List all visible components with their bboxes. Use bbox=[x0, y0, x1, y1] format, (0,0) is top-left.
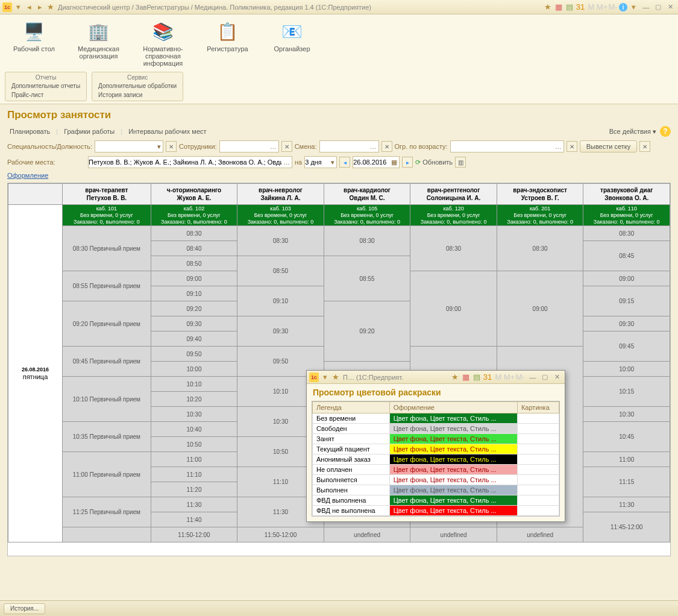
clear-icon[interactable]: ✕ bbox=[567, 141, 577, 152]
legend-row[interactable]: СвободенЦвет фона, Цвет текста, Стиль ..… bbox=[313, 424, 559, 434]
action-intervals[interactable]: Интервалы рабочих мест bbox=[126, 127, 209, 136]
slot-cell[interactable]: undefined bbox=[497, 527, 583, 542]
slot-cell[interactable]: 09:10 bbox=[237, 286, 324, 316]
slot-cell[interactable]: 08:55 Первичный прием bbox=[63, 271, 151, 301]
grid-icon[interactable]: ▦ bbox=[461, 372, 471, 382]
all-actions-dropdown[interactable]: Все действия ▾ bbox=[609, 128, 656, 136]
fav-icon[interactable]: ★ bbox=[450, 372, 460, 382]
close-icon[interactable]: ✕ bbox=[665, 3, 676, 11]
ribbon-subitem[interactable]: Дополнительные отчеты bbox=[7, 81, 85, 90]
slot-cell[interactable]: 09:45 bbox=[583, 332, 670, 362]
mplus-icon[interactable]: M+ bbox=[504, 372, 514, 382]
legend-row[interactable]: Анонимный заказЦвет фона, Цвет текста, С… bbox=[313, 454, 559, 465]
slot-cell[interactable]: 11:40 bbox=[151, 512, 237, 527]
slot-cell[interactable]: undefined bbox=[410, 527, 497, 542]
slot-cell[interactable]: 08:50 bbox=[237, 256, 324, 286]
clear-icon[interactable]: ✕ bbox=[381, 141, 392, 152]
slot-cell[interactable]: 09:20 bbox=[151, 301, 237, 316]
ellipsis-icon[interactable]: … bbox=[553, 143, 563, 150]
slot-cell[interactable]: 10:45 bbox=[583, 422, 670, 452]
mminus-icon[interactable]: M- bbox=[515, 372, 525, 382]
star-icon[interactable]: ★ bbox=[331, 372, 341, 382]
slot-cell[interactable]: 11:25 Первичный прием bbox=[63, 497, 151, 527]
next-icon[interactable]: ▸ bbox=[402, 157, 413, 168]
slot-cell[interactable]: 11:00 bbox=[151, 452, 237, 467]
minimize-icon[interactable]: — bbox=[641, 3, 651, 11]
action-schedules[interactable]: Графики работы bbox=[61, 127, 117, 136]
slot-cell[interactable]: 10:10 bbox=[151, 377, 237, 392]
slot-cell[interactable]: 08:55 bbox=[324, 256, 410, 301]
slot-cell[interactable]: 08:30 bbox=[237, 226, 324, 256]
info-icon[interactable]: i bbox=[619, 3, 627, 11]
slot-cell[interactable]: 08:45 bbox=[583, 241, 670, 271]
slot-cell[interactable]: 10:30 bbox=[151, 407, 237, 422]
cal-icon[interactable]: 31 bbox=[576, 2, 585, 12]
minimize-icon[interactable]: — bbox=[527, 373, 538, 382]
period-input[interactable] bbox=[305, 157, 329, 168]
slot-cell[interactable]: 08:30 bbox=[324, 226, 410, 256]
slot-cell[interactable]: 10:40 bbox=[151, 422, 237, 437]
slot-cell[interactable]: 11:00 bbox=[583, 452, 670, 467]
slot-cell[interactable]: 11:30 bbox=[151, 497, 237, 512]
calendar-icon[interactable]: ▦ bbox=[389, 159, 399, 166]
slot-cell[interactable]: 11:15 bbox=[583, 467, 670, 497]
dropdown-icon[interactable]: ▾ bbox=[320, 372, 330, 382]
close-icon[interactable]: ✕ bbox=[551, 373, 562, 382]
slot-cell[interactable]: 08:40 bbox=[151, 241, 237, 256]
slot-cell[interactable]: 08:30 bbox=[151, 226, 237, 241]
slot-cell[interactable]: 09:30 bbox=[151, 316, 237, 332]
slot-cell[interactable]: 10:00 bbox=[583, 362, 670, 377]
slot-cell[interactable]: 08:50 bbox=[151, 256, 237, 271]
settings-icon[interactable]: ▥ bbox=[455, 157, 466, 168]
legend-row[interactable]: ВыполняетсяЦвет фона, Цвет текста, Стиль… bbox=[313, 475, 559, 485]
clear-icon[interactable]: ✕ bbox=[166, 141, 177, 152]
mminus-icon[interactable]: M- bbox=[608, 2, 618, 12]
slot-cell[interactable]: 11:30 bbox=[583, 497, 670, 512]
star-icon[interactable]: ★ bbox=[46, 2, 55, 12]
slot-cell[interactable]: 10:35 Первичный прием bbox=[63, 422, 151, 452]
slot-cell[interactable]: 09:00 bbox=[410, 271, 497, 347]
output-grid-button[interactable]: Вывести сетку bbox=[580, 140, 638, 152]
legend-row[interactable]: Не оплаченЦвет фона, Цвет текста, Стиль … bbox=[313, 465, 559, 475]
age-input[interactable] bbox=[451, 141, 553, 152]
specialty-input[interactable] bbox=[95, 141, 155, 152]
slot-cell[interactable]: 09:30 bbox=[583, 316, 670, 332]
slot-cell[interactable]: 11:10 bbox=[151, 467, 237, 482]
shift-input[interactable] bbox=[320, 141, 368, 152]
slot-cell[interactable]: undefined bbox=[324, 527, 410, 542]
design-link[interactable]: Оформление bbox=[7, 172, 48, 179]
ellipsis-icon[interactable]: … bbox=[368, 143, 378, 150]
dropdown-icon[interactable]: ▾ bbox=[155, 143, 163, 151]
history-button[interactable]: История... bbox=[4, 603, 45, 614]
back-icon[interactable]: ◂ bbox=[24, 2, 34, 12]
slot-cell[interactable]: 09:40 bbox=[151, 332, 237, 347]
slot-cell[interactable]: 09:10 bbox=[151, 286, 237, 301]
slot-cell[interactable]: 11:45-12:00 bbox=[583, 512, 670, 542]
slot-cell[interactable]: 09:15 bbox=[583, 286, 670, 316]
prev-icon[interactable]: ◂ bbox=[339, 157, 350, 168]
fav-icon[interactable]: ★ bbox=[543, 2, 553, 12]
workplaces-input[interactable] bbox=[89, 157, 281, 168]
ribbon-item[interactable]: 📧Органайзер bbox=[266, 19, 318, 67]
slot-cell[interactable] bbox=[63, 527, 151, 542]
slot-cell[interactable]: 10:15 bbox=[583, 377, 670, 407]
forward-icon[interactable]: ▸ bbox=[35, 2, 45, 12]
m-icon[interactable]: M bbox=[586, 2, 596, 12]
clear-icon[interactable]: ✕ bbox=[281, 141, 292, 152]
maximize-icon[interactable]: ▢ bbox=[539, 373, 550, 382]
slot-cell[interactable]: 09:00 bbox=[583, 271, 670, 286]
ellipsis-icon[interactable]: … bbox=[281, 159, 292, 166]
refresh-button[interactable]: ⟳ Обновить bbox=[415, 159, 453, 166]
slot-cell[interactable]: 11:50-12:00 bbox=[237, 527, 324, 542]
ribbon-item[interactable]: 📋Регистратура bbox=[202, 19, 253, 67]
m-icon[interactable]: M bbox=[494, 372, 503, 382]
action-plan[interactable]: Планировать bbox=[7, 127, 52, 136]
slot-cell[interactable]: 11:20 bbox=[151, 482, 237, 497]
slot-cell[interactable]: 10:00 bbox=[151, 362, 237, 377]
calc-icon[interactable]: ▤ bbox=[472, 372, 482, 382]
slot-cell[interactable]: 09:00 bbox=[151, 271, 237, 286]
slot-cell[interactable]: 10:10 Первичный прием bbox=[63, 377, 151, 422]
date-input[interactable] bbox=[353, 157, 389, 168]
slot-cell[interactable]: 09:30 bbox=[237, 316, 324, 347]
slot-cell[interactable]: 08:30 Первичный прием bbox=[63, 226, 151, 271]
